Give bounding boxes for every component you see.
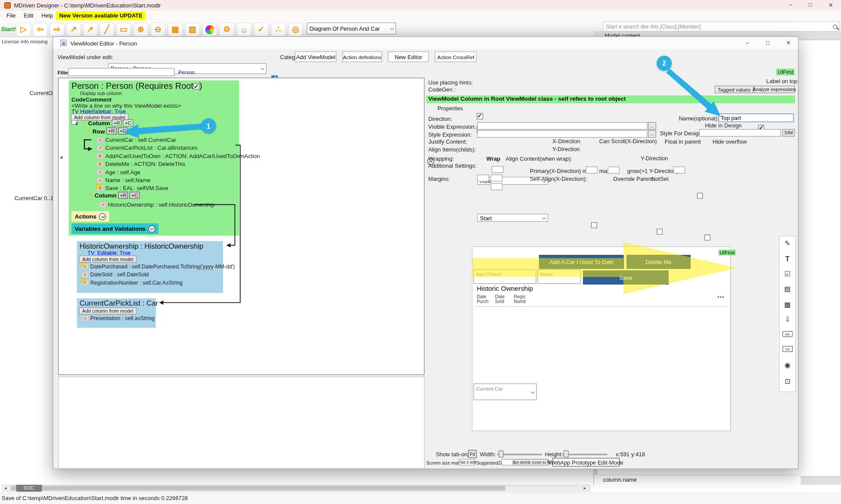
table-header-col2[interactable]: DateSold bbox=[495, 295, 504, 304]
edit-icon[interactable]: ✎ bbox=[779, 240, 796, 247]
spiral-icon[interactable]: ◎ bbox=[288, 22, 303, 36]
color-wheel-icon[interactable] bbox=[202, 22, 217, 36]
scroll-left-icon[interactable]: ◂ bbox=[4, 485, 7, 490]
name-optional-input[interactable] bbox=[718, 113, 794, 122]
action-definitions-button[interactable]: Action definitions bbox=[342, 51, 382, 62]
validate-icon[interactable]: ✓ bbox=[254, 22, 269, 36]
frame-select-icon[interactable]: ▭ bbox=[116, 22, 131, 36]
window-run-icon[interactable]: ▧ bbox=[185, 22, 200, 36]
menu-help[interactable]: Help bbox=[41, 12, 53, 19]
add-column-button[interactable]: Add column from model bbox=[79, 307, 136, 314]
tree-item[interactable]: ↗HistoricOwnership : self.HistoricOwners… bbox=[99, 201, 215, 208]
tree-node-column1[interactable]: Column +R+C bbox=[88, 120, 133, 127]
justify-content-select[interactable]: Start bbox=[477, 214, 548, 222]
window-grid-icon[interactable]: ▦ bbox=[168, 22, 183, 36]
visible-expression-input[interactable] bbox=[477, 122, 648, 130]
tree-item[interactable]: AAge : self.Age bbox=[97, 169, 141, 175]
tree-item[interactable]: ⚙DeleteMe : ACTION: DeleteThis bbox=[97, 161, 185, 167]
tree-item[interactable]: AName : self.Name bbox=[97, 177, 151, 183]
table-header-col3[interactable]: RegisNumb bbox=[514, 295, 526, 304]
margin-bottom-input[interactable] bbox=[491, 183, 503, 190]
scroll-right-icon[interactable]: ▸ bbox=[584, 485, 586, 490]
height-slider[interactable] bbox=[562, 454, 607, 455]
save-button[interactable]: Save bbox=[583, 271, 668, 285]
list-tool-icon[interactable]: list bbox=[782, 346, 792, 352]
tree-item[interactable]: ⚙Save : EAL: selfVM.Save bbox=[97, 185, 168, 191]
width-slider[interactable] bbox=[497, 454, 542, 455]
chevron-down-icon[interactable] bbox=[149, 225, 156, 232]
dialog-maximize-button[interactable]: □ bbox=[759, 39, 777, 46]
column1-add-row-chip[interactable]: +R bbox=[112, 120, 122, 127]
primary-min-input[interactable] bbox=[586, 166, 598, 173]
screen-size-input[interactable]: 758 X 600 bbox=[458, 459, 475, 465]
draw-line-icon[interactable]: ╱ bbox=[99, 22, 114, 36]
max-input[interactable] bbox=[608, 166, 620, 173]
sim-button[interactable]: SIM bbox=[782, 129, 795, 137]
column2-add-row-chip[interactable]: +R bbox=[118, 192, 128, 199]
chevron-down-icon[interactable] bbox=[99, 213, 106, 220]
tree-item[interactable]: ADateSold : self.DateSold bbox=[82, 271, 149, 277]
current-car-combo[interactable]: Current Car bbox=[473, 384, 537, 400]
arrow-ne-icon[interactable]: ↗ bbox=[66, 22, 81, 36]
text-icon[interactable]: T bbox=[779, 255, 796, 263]
image-drop-icon[interactable]: ⇩ bbox=[779, 315, 796, 323]
zoom-out-icon[interactable]: ⊖ bbox=[150, 22, 165, 36]
menu-edit[interactable]: Edit bbox=[24, 12, 33, 19]
table-header-col1[interactable]: DatePurch bbox=[477, 295, 489, 304]
diagram-selector[interactable]: Diagram Of Person And Car bbox=[307, 22, 396, 34]
age-input[interactable]: Age (Years) bbox=[473, 269, 536, 284]
tree-item[interactable]: ACurrentCar : self.CurrentCar bbox=[97, 137, 176, 143]
height-slider-thumb[interactable] bbox=[564, 451, 568, 458]
settings-gears-icon[interactable]: ⚙ bbox=[219, 22, 234, 36]
grid-icon[interactable]: ▦ bbox=[779, 300, 796, 308]
user-access-icon[interactable]: ☺ bbox=[237, 22, 252, 36]
column1-expander-icon[interactable]: ◢ bbox=[75, 121, 78, 125]
tree-item[interactable]: APresentation : self.asString bbox=[82, 315, 154, 321]
diagram-nodes-icon[interactable]: ∴ bbox=[271, 22, 286, 36]
style-for-design-input[interactable] bbox=[699, 129, 781, 137]
redo-icon[interactable]: ⇨ bbox=[50, 22, 64, 36]
analyze-expressions-button[interactable]: Analyze expressions bbox=[754, 86, 795, 93]
filter-person-link[interactable]: Person bbox=[178, 69, 195, 75]
style-expression-more-button[interactable]: ... bbox=[648, 130, 656, 137]
add-viewmodel-button[interactable]: Add ViewModel bbox=[295, 51, 336, 62]
button-tool-icon[interactable]: btn bbox=[782, 331, 792, 337]
menu-file[interactable]: File bbox=[7, 12, 16, 19]
zoom-in-icon[interactable]: ⊕ bbox=[133, 22, 148, 36]
suggested-zoom-input[interactable] bbox=[501, 459, 513, 465]
row1-add-row-chip[interactable]: +R bbox=[106, 127, 117, 134]
delete-me-button[interactable]: Delete Me bbox=[627, 255, 691, 269]
column2-add-col-chip[interactable]: +C bbox=[130, 192, 140, 199]
search-box[interactable]: Start a search like this [Class].[Member… bbox=[603, 21, 840, 32]
variables-expander[interactable]: Variables and Validations bbox=[71, 223, 159, 234]
globe-icon[interactable]: ◉ bbox=[779, 361, 796, 369]
window-close-button[interactable]: × bbox=[822, 1, 840, 9]
column1-add-col-chip[interactable]: +C bbox=[123, 120, 133, 127]
hide-in-design-checkbox[interactable] bbox=[697, 193, 703, 198]
tree-item[interactable]: ↗CurrentCarPickList : Car.allInstances bbox=[97, 145, 198, 151]
set-shrink-zoom-button[interactable]: Set shrink zoom to fit bbox=[514, 459, 548, 465]
requires-root-checkbox[interactable] bbox=[193, 84, 199, 89]
margin-top-input[interactable] bbox=[491, 175, 503, 182]
add-car-button[interactable]: Add A Car I Used To Own bbox=[539, 255, 624, 269]
table-menu-icon[interactable]: ••• bbox=[717, 294, 725, 300]
use-placing-hints-checkbox[interactable] bbox=[477, 113, 483, 120]
scrollbar-thumb[interactable] bbox=[11, 486, 505, 490]
row1-add-col-chip[interactable]: +C bbox=[118, 127, 128, 134]
run-icon[interactable]: ▷ bbox=[16, 22, 31, 36]
doc-tab[interactable]: DOC bbox=[16, 485, 42, 492]
dialog-titlebar[interactable] bbox=[53, 37, 798, 49]
arrow-ne-add-icon[interactable]: ↗ bbox=[83, 22, 98, 36]
width-slider-thumb[interactable] bbox=[499, 451, 504, 458]
outer-expander-icon[interactable]: ◢ bbox=[60, 155, 63, 159]
update-banner[interactable]: New Version available UPDATE bbox=[56, 11, 146, 21]
start-label[interactable]: Start! bbox=[1, 26, 16, 32]
action-crossref-button[interactable]: Action CrossRef bbox=[435, 51, 477, 62]
filter-input[interactable] bbox=[68, 68, 175, 76]
combo-icon[interactable]: ▤ bbox=[779, 285, 796, 293]
float-in-parent-checkbox[interactable] bbox=[656, 229, 662, 234]
can-scroll-checkbox[interactable] bbox=[591, 222, 597, 228]
column-name-label[interactable]: column.name bbox=[603, 476, 637, 483]
tree-item[interactable]: ADatePurchased : self.DatePurchased.ToSt… bbox=[82, 264, 234, 269]
undo-icon[interactable]: ⇦ bbox=[33, 22, 48, 36]
